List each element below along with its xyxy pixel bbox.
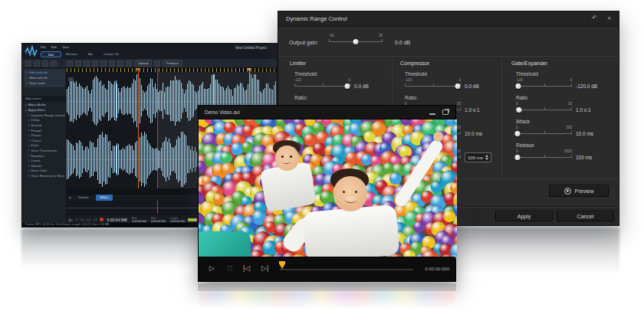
menu-item-file[interactable]: File [41, 45, 46, 49]
effect-item[interactable]: ▸Equalizer [22, 153, 66, 159]
toolbar-icon[interactable] [92, 61, 98, 67]
slider-min-label: -120 [405, 78, 412, 82]
toolbar-icon[interactable] [51, 61, 57, 67]
output-gain-label: Output gain: [289, 40, 318, 45]
effect-item[interactable]: ▸Vibrato [22, 163, 66, 169]
seek-thumb[interactable] [279, 264, 285, 269]
bullet-icon: ▸ [28, 123, 30, 126]
output-gain-slider[interactable]: -30 30 [329, 34, 383, 45]
previous-frame-button[interactable]: |◁ [243, 264, 250, 272]
ribbon-tab[interactable]: Mix [88, 52, 94, 56]
ribbon-tab[interactable]: Create CD [104, 52, 119, 56]
close-icon[interactable]: × [607, 15, 611, 21]
compressor-release-spinbox[interactable]: 100 ms [465, 152, 491, 162]
slider-thumb[interactable] [353, 39, 359, 44]
gate-release-slider[interactable]: 0 5000 [516, 149, 572, 161]
spinner-arrows-icon[interactable] [485, 155, 488, 160]
toolbar-icon[interactable] [42, 61, 48, 67]
menu-item-edit[interactable]: Edit [51, 45, 57, 49]
checklist-item[interactable]: ✓Save result [25, 80, 64, 86]
stop-button[interactable]: □ [228, 264, 232, 272]
limiter-threshold-slider[interactable]: -120 0 [294, 78, 350, 90]
effect-item[interactable]: ▸Voice Removal or More [22, 173, 66, 178]
dialog-titlebar[interactable]: Dynamic Range Control ↶ × [278, 11, 619, 27]
effect-item[interactable]: ▸Chorus [22, 138, 66, 143]
checklist-item[interactable]: ✓Edit audio file [25, 70, 64, 75]
slider-thumb[interactable] [515, 83, 521, 89]
effect-item[interactable]: ▸Flanger [22, 128, 66, 133]
effect-item[interactable]: ▸Echo [22, 143, 66, 149]
effect-item[interactable]: ▸Dynamic Range Control [22, 113, 66, 118]
toolbar-icon[interactable] [25, 61, 31, 67]
toolbar-icon[interactable] [84, 61, 90, 67]
slider-thumb[interactable] [515, 131, 521, 136]
volume-meter[interactable] [188, 218, 197, 221]
produce-button[interactable]: Produce [163, 60, 182, 67]
effect-item[interactable]: ▸Voice Transformer [22, 148, 66, 153]
minimize-icon[interactable] [429, 113, 435, 115]
marker-orange[interactable] [138, 68, 139, 188]
popout-icon[interactable] [442, 110, 449, 115]
effect-item[interactable]: ▸Delay [22, 118, 66, 123]
tab-volume[interactable]: Volume [74, 195, 94, 201]
effect-item[interactable]: ▸Levels [22, 158, 66, 163]
slider-tick [460, 107, 461, 110]
checklist-item[interactable]: ✓Work with file [25, 75, 64, 80]
sidebar-group-adjust-audio[interactable]: ▸Adjust Audio [22, 102, 66, 107]
undo-icon[interactable]: ↶ [592, 15, 597, 21]
toolbar-icon[interactable] [126, 61, 132, 67]
transport-button[interactable]: ▷▷ [87, 218, 91, 221]
sidebar-group-apply-effect[interactable]: ▾Apply Effect [22, 107, 66, 113]
bullet-icon: ▸ [28, 159, 30, 162]
slider-thumb[interactable] [455, 83, 461, 89]
tab-effect[interactable]: Effect [96, 195, 113, 201]
toolbar-icon[interactable] [100, 61, 107, 67]
toolbar-icon[interactable] [109, 61, 115, 67]
slider-thumb[interactable] [515, 155, 521, 160]
slider-thumb[interactable] [516, 107, 521, 113]
play-button[interactable]: ▷ [209, 264, 215, 272]
gate-attack-slider[interactable]: 0 500 [516, 126, 572, 137]
ribbon-tab[interactable]: Restore [66, 52, 77, 56]
player-titlebar[interactable]: Demo Video.avi [199, 106, 455, 119]
control-label: Ratio: [294, 95, 389, 100]
compressor-threshold-slider[interactable]: -120 0 [405, 78, 461, 90]
check-icon: ✓ [25, 81, 28, 85]
toolbar-icon[interactable] [67, 61, 73, 67]
toolbar-group-right [67, 61, 132, 67]
effect-item[interactable]: ▸Phaser [22, 133, 66, 138]
tab-edit[interactable]: Edit [41, 51, 61, 57]
toolbar-icon[interactable] [34, 61, 40, 67]
effect-label: Phaser [31, 133, 41, 137]
slider-tick [544, 155, 545, 157]
slider-thumb[interactable] [345, 83, 350, 89]
slider-tick [433, 83, 434, 86]
seek-bar[interactable] [280, 269, 413, 270]
cancel-button[interactable]: Cancel [557, 211, 614, 221]
next-frame-button[interactable]: ▷| [261, 264, 268, 272]
toolbar-icon[interactable] [75, 61, 81, 67]
play-icon[interactable]: ▷ [69, 217, 73, 222]
effect-item[interactable]: ▸Noise Gate [22, 169, 66, 174]
chevron-icon: ▸ [25, 103, 27, 106]
gate-threshold-slider[interactable]: -120 0 [516, 78, 572, 90]
transport-button[interactable]: ◁◁ [80, 218, 84, 221]
menu-item-view[interactable]: View [62, 45, 69, 49]
control-value: 0.0 dB [465, 83, 479, 90]
playhead-marker[interactable] [157, 68, 158, 188]
menu-icon[interactable]: ≡ [69, 196, 71, 200]
slider-track [405, 86, 461, 87]
effect-item[interactable]: ▸Reverb [22, 123, 66, 128]
transport-button[interactable]: □ [76, 218, 77, 221]
app-logo-icon [25, 45, 38, 57]
gate-ratio-slider[interactable]: 0 30 [516, 102, 572, 113]
bullet-icon: ▸ [28, 129, 30, 132]
record-icon[interactable] [100, 218, 104, 221]
toolbar-icon[interactable] [117, 61, 123, 67]
toolbar-icon[interactable] [154, 61, 160, 67]
preview-button[interactable]: Preview [549, 185, 609, 197]
transport-button[interactable]: ▷| [94, 218, 97, 221]
slider-max-label: 30 [568, 102, 572, 106]
apply-button[interactable]: Apply [495, 211, 553, 221]
upload-button[interactable]: Upload [134, 60, 152, 67]
